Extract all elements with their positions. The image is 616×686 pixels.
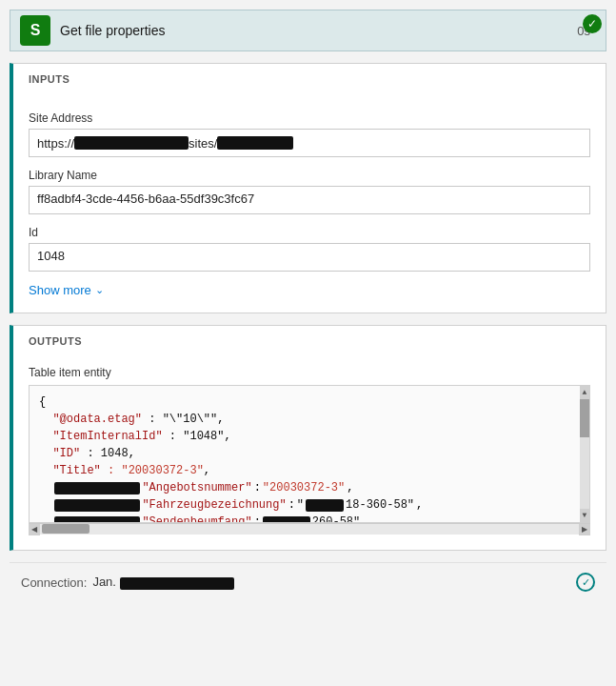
code-val-2: : "1048" [169,430,225,443]
code-line-1: "@odata.etag" : "\"10\"", [39,411,580,428]
code-colon-5: : [254,479,261,496]
horiz-scrollbar-thumb[interactable] [42,524,89,534]
app-icon: S [20,15,50,46]
code-line-5: "Angebotsnummer" : "20030372-3", [39,479,580,496]
page-container: S Get file properties 0s INPUTS Site Add… [0,0,616,686]
code-key-2: "ItemInternalId" [52,430,162,443]
scroll-down-arrow[interactable]: ▼ [580,509,589,522]
code-val-7: 260-58" [312,514,360,523]
code-key-3: "ID" [52,447,80,460]
header-bar: S Get file properties 0s [10,10,606,51]
code-line-4: "Title" : "20030372-3", [39,462,580,479]
code-redacted-4 [54,516,140,524]
code-val-3: : 1048 [87,447,128,460]
inputs-content: Site Address https:// sites/ Library Nam… [13,92,606,313]
horiz-scrollbar[interactable]: ◀ ▶ [29,523,590,535]
show-more-row[interactable]: Show more ⌄ [29,283,590,297]
code-key-4: "Title" [52,464,100,477]
connection-user: Jan. [92,575,233,589]
code-redacted-2 [54,499,140,512]
code-redacted-3 [306,499,344,512]
outputs-content: Table item entity { "@odata.etag" : "\"1… [13,354,606,550]
code-brace: { [39,393,580,411]
footer-bar: Connection: Jan. [10,562,606,601]
code-colon-6: : [288,496,295,514]
code-colon-7: : [254,514,261,523]
code-val-6: " [297,496,304,514]
chevron-down-icon: ⌄ [95,284,104,296]
connection-user-name: Jan. [92,575,116,589]
horiz-scroll-right[interactable]: ▶ [579,524,590,535]
code-key-6: "Fahrzeugbezeichnung" [142,496,286,514]
library-name-label: Library Name [29,169,590,182]
outputs-card: OUTPUTS Table item entity { "@odata.etag… [10,325,606,551]
header-title: Get file properties [60,23,577,38]
code-key-5: "Angebotsnummer" [142,479,251,496]
inputs-section-label: INPUTS [13,64,606,92]
code-line-3: "ID" : 1048, [39,445,580,462]
outputs-section-label: OUTPUTS [13,326,606,354]
scrollbar-thumb[interactable] [580,399,589,437]
connection-redacted [120,577,234,590]
id-input: 1048 [29,243,590,272]
library-name-input: ff8adbf4-3cde-4456-b6aa-55df39c3fc67 [29,186,590,214]
site-address-input: https:// sites/ [29,129,590,157]
code-val-5: "20030372-3" [263,479,345,496]
connection-label: Connection: [21,575,87,590]
site-address-prefix: https:// [37,136,74,151]
table-item-label: Table item entity [29,366,590,379]
inputs-card: INPUTS Site Address https:// sites/ Libr… [10,63,606,313]
code-line-7: "Sendenbeumfang" : 260-58" [39,514,580,523]
code-key-7: "Sendenbeumfang" [142,514,251,523]
horiz-scroll-left[interactable]: ◀ [29,524,40,535]
code-val-6b: 18-360-58" [346,496,414,514]
code-val-1: : "\"10\"" [149,413,217,426]
id-label: Id [29,226,590,239]
code-line-6: "Fahrzeugbezeichnung" : " 18-360-58", [39,496,580,514]
success-icon [583,14,602,33]
scroll-up-arrow[interactable]: ▲ [580,386,589,399]
show-more-link[interactable]: Show more [29,283,91,297]
code-redacted-1 [54,482,140,494]
code-line-2: "ItemInternalId" : "1048", [39,428,580,445]
site-address-sites: sites/ [189,136,217,151]
scrollbar-track[interactable]: ▲ ▼ [580,386,589,522]
code-key-1: "@odata.etag" [52,413,142,426]
code-box: { "@odata.etag" : "\"10\"", "ItemInterna… [29,385,590,523]
site-address-label: Site Address [29,111,590,125]
site-address-redacted-1 [74,136,189,150]
code-container: { "@odata.etag" : "\"10\"", "ItemInterna… [29,385,590,535]
footer-check-icon [576,573,595,592]
site-address-redacted-2 [217,136,293,150]
code-redacted-5 [263,516,310,524]
code-val-4: : "20030372-3" [108,464,204,477]
